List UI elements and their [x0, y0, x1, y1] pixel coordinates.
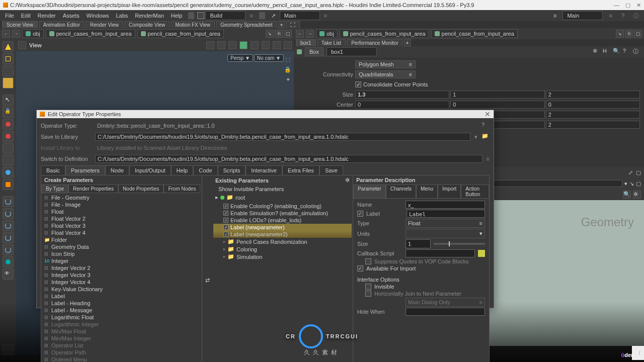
dlg-tab-scripts[interactable]: Scripts	[218, 165, 246, 175]
gear-icon[interactable]: ✲	[345, 177, 350, 184]
available-checkbox[interactable]: ✓	[357, 265, 363, 272]
dlg-tab-save[interactable]: Save	[319, 165, 343, 175]
tool-box[interactable]	[3, 53, 14, 64]
crumb-r1[interactable]: pencil_cases_from_input_area	[340, 29, 429, 38]
menu-labs[interactable]: Labs	[113, 12, 131, 20]
size-input[interactable]: 1	[406, 239, 431, 248]
dlg-tab-parameters[interactable]: Parameters	[65, 165, 105, 175]
menu-renderman[interactable]: RenderMan	[132, 12, 167, 20]
size-slider[interactable]	[434, 243, 485, 245]
tab-motion-fx[interactable]: Motion FX View	[171, 21, 215, 28]
dropdown-icon[interactable]: ▾	[624, 180, 627, 187]
folder-item[interactable]: ▸📁Coloring	[213, 245, 352, 253]
dlg-tab-io[interactable]: Input/Output	[129, 165, 171, 175]
suppress-checkbox[interactable]	[365, 258, 371, 264]
pin-icon[interactable]: ↘	[629, 180, 634, 187]
fwd-button[interactable]: →	[12, 30, 20, 38]
help-icon[interactable]: ?	[481, 122, 490, 130]
tool-rotate[interactable]	[3, 143, 14, 154]
subtab-bytype[interactable]: By Type	[41, 185, 68, 193]
dlg-tab-node[interactable]: Node	[105, 165, 129, 175]
crumb-2[interactable]: pencil_case_from_input_area	[137, 29, 224, 38]
tool-arc1[interactable]	[3, 196, 14, 207]
maximize-icon[interactable]: ▢	[625, 2, 630, 9]
desc-tab-import[interactable]: Import	[438, 185, 461, 199]
tab-takelist[interactable]: Take List	[317, 39, 346, 46]
tool-red[interactable]	[3, 119, 14, 130]
save-lib-input[interactable]: C:/Users/Dmitriy/Documents/houdini19.5/o…	[95, 133, 470, 141]
label-checkbox[interactable]: ✓	[357, 211, 363, 217]
help-icon[interactable]: ?	[618, 12, 627, 20]
dlg-tab-help[interactable]: Help	[171, 165, 194, 175]
subtab-render[interactable]: Render Properties	[68, 185, 118, 193]
menu-edit[interactable]: Edit	[18, 12, 34, 20]
display-option-icon[interactable]: ⬚	[284, 56, 292, 64]
horiz-checkbox[interactable]	[365, 291, 371, 297]
switch-def-input[interactable]: C:/Users/Dmitriy/Documents/houdini19.5/o…	[95, 155, 482, 163]
gear-icon[interactable]: ✲	[593, 48, 601, 56]
dlg-tab-interactive[interactable]: Interactive	[246, 165, 282, 175]
tool-eye[interactable]	[3, 268, 14, 280]
expand-icon[interactable]: ▢	[636, 180, 641, 187]
tool-move[interactable]	[3, 131, 14, 142]
label-input[interactable]: Label	[407, 210, 485, 218]
subtab-node[interactable]: Node Properties	[118, 185, 164, 193]
tool-pointer[interactable]	[3, 95, 14, 106]
connectivity-dropdown[interactable]: Quadrilaterals≡	[355, 70, 416, 78]
tool-paint[interactable]	[3, 77, 14, 88]
center-y-input[interactable]: 0	[450, 101, 544, 109]
persp-dropdown[interactable]: Persp ▼	[227, 54, 253, 62]
pin-icon[interactable]: ↘	[616, 30, 624, 38]
name-input[interactable]: x_	[406, 201, 485, 209]
type-list[interactable]: ⊟File - Geometry ⊟File - Image ⊟Float ⊟F…	[41, 193, 202, 362]
tool-orange[interactable]	[3, 179, 14, 190]
desktop-dropdown[interactable]: Build	[205, 11, 246, 20]
callback-input[interactable]	[406, 249, 475, 257]
tool-blue[interactable]	[3, 167, 14, 178]
tab-perfmon[interactable]: Performance Monitor	[347, 39, 403, 46]
desc-tab-parameter[interactable]: Parameter	[353, 185, 386, 199]
tool-arc4[interactable]	[3, 232, 14, 243]
tool-arc3[interactable]	[3, 220, 14, 231]
next-icon[interactable]: 〈	[632, 346, 644, 360]
tool-lasso[interactable]	[3, 65, 14, 76]
param-item[interactable]: ✓Enable Simulation? (enable_simulation)	[213, 210, 352, 217]
tab-geo-spreadsheet[interactable]: Geometry Spreadsheet	[216, 21, 277, 28]
back-button[interactable]: ←	[296, 30, 304, 38]
pin-icon[interactable]: ↘	[266, 30, 274, 38]
script-icon[interactable]	[478, 250, 485, 257]
param-item-selected[interactable]: ✓Label (newparameter2)	[213, 231, 352, 238]
menu-help[interactable]: Help	[168, 12, 186, 20]
minimize-icon[interactable]: —	[614, 2, 619, 9]
desc-tab-action[interactable]: Action Button	[461, 185, 489, 199]
link-icon[interactable]: ⎘	[625, 30, 633, 38]
expand-icon[interactable]: ▢	[636, 169, 641, 176]
extra-z-input[interactable]: 2	[546, 111, 640, 119]
tool-lock[interactable]	[3, 107, 14, 118]
size-z-input[interactable]: 2	[546, 90, 640, 99]
tab-box1[interactable]: box1	[296, 39, 316, 46]
vopt-icon[interactable]	[284, 41, 292, 49]
lock-icon[interactable]: 🔒	[284, 66, 292, 74]
desc-tab-menu[interactable]: Menu	[416, 185, 438, 199]
expand-icon[interactable]: ▢	[284, 30, 292, 38]
tool-arc5[interactable]	[3, 244, 14, 255]
gear-icon[interactable]: ✲	[633, 191, 641, 199]
center-x-input[interactable]: 0	[355, 101, 449, 109]
vopt-icon[interactable]	[262, 41, 270, 49]
folder-item[interactable]: ▸📁Pencil Cases Randomization	[213, 238, 352, 245]
dlg-tab-code[interactable]: Code	[193, 165, 217, 175]
root-item[interactable]: ▸📁root	[212, 193, 353, 202]
node-name-input[interactable]: box1	[327, 47, 377, 56]
invisible-checkbox[interactable]	[365, 284, 371, 290]
dialog-close-icon[interactable]: ✕	[485, 110, 491, 118]
back-button[interactable]: ←	[2, 30, 10, 38]
crumb-1[interactable]: pencil_cases_from_input_area	[46, 29, 135, 38]
browse-icon[interactable]: 📁	[481, 133, 490, 141]
crumb-r2[interactable]: pencil_case_from_input_area	[431, 29, 518, 38]
type-dropdown[interactable]: Float≡	[406, 219, 485, 228]
close-icon[interactable]: ✕	[636, 2, 641, 9]
h-icon[interactable]: H	[603, 48, 611, 56]
size-y-input[interactable]: 1	[450, 90, 544, 99]
hide-when-input[interactable]	[406, 308, 485, 316]
